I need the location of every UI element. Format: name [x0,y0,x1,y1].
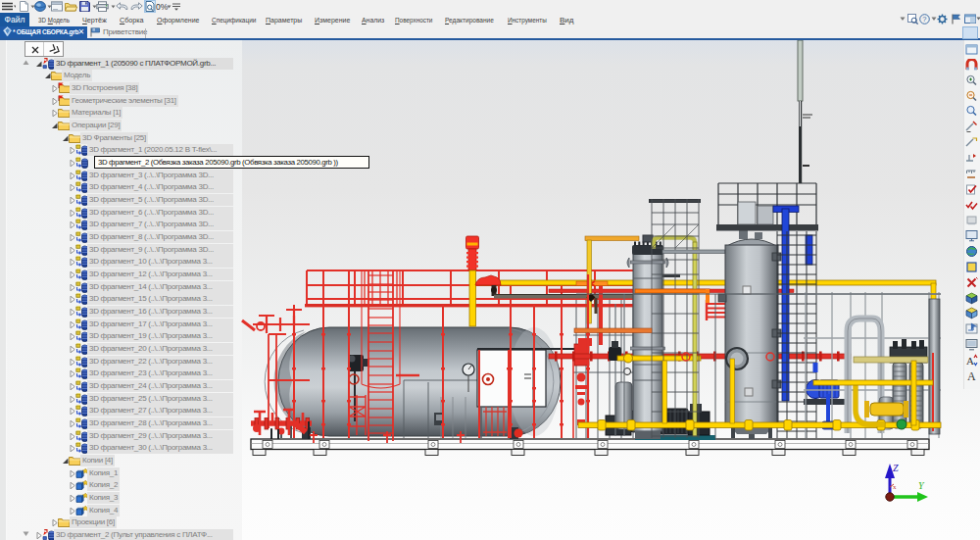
svg-text:A: A [966,355,974,367]
svg-text:Z: Z [893,463,899,473]
svg-text:?: ? [922,15,926,24]
svg-text:Y: Y [918,480,925,491]
svg-text:A: A [967,369,976,382]
